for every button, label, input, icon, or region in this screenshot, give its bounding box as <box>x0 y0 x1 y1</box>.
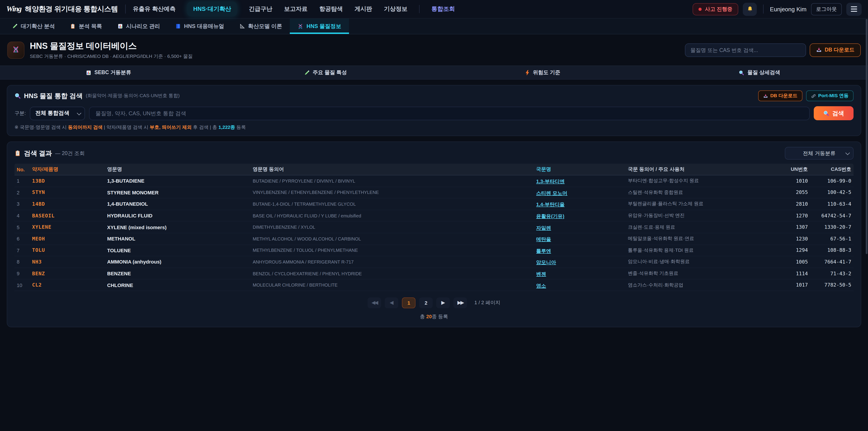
nav-integrated-lookup[interactable]: 통합조회 <box>419 5 455 13</box>
page-2-button[interactable]: 2 <box>419 298 433 308</box>
page-subtitle: SEBC 거동분류 · CHRIS/CAMEO DB · AEGL/ERPG/I… <box>30 53 193 60</box>
book-icon <box>176 24 181 29</box>
cell-cas-number: 108-88-3 <box>810 247 854 253</box>
app-title: 해양환경 위기대응 통합시스템 <box>25 4 118 14</box>
cell-un-number: 1005 <box>775 259 810 265</box>
cell-kor-name: 스티렌 모노머 <box>534 188 626 196</box>
table-row[interactable]: 1 13BD 1,3-BUTADIENE BUTADIENE / PYRROYL… <box>14 175 854 187</box>
notifications-button[interactable] <box>743 2 757 16</box>
cell-no: 4 <box>14 213 30 218</box>
table-row[interactable]: 10 CL2 CHLORINE MOLECULAR CHLORINE / BER… <box>14 280 854 291</box>
cell-abbr: NH3 <box>30 259 105 265</box>
pagination: ◀◀ ◀ 1 2 ▶ ▶▶ 1 / 2 페이지 <box>14 298 854 308</box>
nav-oil-spill[interactable]: 유출유 확산예측 <box>133 5 176 13</box>
substance-link[interactable]: 벤젠 <box>536 271 546 277</box>
table-row[interactable]: 8 NH3 AMMONIA (anhydrous) ANHYDROUS AMMO… <box>14 256 854 268</box>
download-tray-icon <box>816 47 822 53</box>
hint-exclusion: 부호, 띄어쓰기 제외 <box>150 124 192 130</box>
tab-diffusion-model-theory[interactable]: 확산모델 이론 <box>232 19 290 34</box>
cell-un-number: 1114 <box>775 271 810 276</box>
table-row[interactable]: 4 BASEOIL HYDRAULIC FLUID BASE OIL / HYD… <box>14 210 854 222</box>
nav-emergency-rescue[interactable]: 긴급구난 <box>249 5 272 13</box>
prev-page-button[interactable]: ◀ <box>385 298 399 308</box>
db-download-button[interactable]: DB 다운로드 <box>810 43 861 57</box>
first-page-button[interactable]: ◀◀ <box>368 298 381 308</box>
cell-eng-name: TOLUENE <box>105 248 250 253</box>
search-category-select[interactable]: 전체 통합검색 <box>30 106 85 120</box>
substance-link[interactable]: 염소 <box>536 283 546 288</box>
tab-scenario-management[interactable]: 시나리오 관리 <box>110 19 168 34</box>
nav-aerial-search[interactable]: 항공탐색 <box>319 5 343 13</box>
cell-kor-name: 1,4-부탄디올 <box>534 200 626 208</box>
search-controls: 구분: 전체 통합검색 검색 <box>14 106 854 120</box>
table-row[interactable]: 2 STYN STYRENE MONOMER VINYLBENZENE / ET… <box>14 187 854 198</box>
portmis-link-chip[interactable]: Port-MIS 연동 <box>806 90 854 101</box>
tab-hns-manual[interactable]: HNS 대응매뉴얼 <box>168 19 232 34</box>
cell-kor-synonym: 톨루올·석유화학 용제·TDI 원료 <box>626 247 775 254</box>
nav-weather[interactable]: 기상정보 <box>384 5 407 13</box>
page-title-block: HNS 물질정보 데이터베이스 SEBC 거동분류 · CHRIS/CAMEO … <box>30 40 193 60</box>
cell-un-number: 2810 <box>775 201 810 207</box>
cell-kor-name: 메탄올 <box>534 235 626 243</box>
tab-atmos-analysis[interactable]: 대기확산 분석 <box>4 19 63 34</box>
results-panel: 검색 결과 — 20건 조회 전체 거동분류 No. 약자/제품명 영문명 영문… <box>7 142 861 327</box>
table-row[interactable]: 7 TOLU TOLUENE METHYLBENZENE / TOLUOL / … <box>14 245 854 256</box>
tab-hns-substance-info[interactable]: HNS 물질정보 <box>290 19 349 34</box>
search-button[interactable]: 검색 <box>814 106 854 120</box>
cell-eng-name: XYLENE (mixed isomers) <box>105 224 250 230</box>
cell-eng-synonym: BUTADIENE / PYRROYLENE / DIVINYL / BIVIN… <box>250 179 534 184</box>
cell-eng-synonym: DIMETHYLBENZENE / XYLOL <box>250 225 534 229</box>
page-1-button[interactable]: 1 <box>402 298 416 308</box>
col-abbr: 약자/제품명 <box>30 166 105 173</box>
tab-analysis-list[interactable]: 분석 목록 <box>63 19 110 34</box>
substance-link[interactable]: 암모니아 <box>536 260 556 265</box>
cell-kor-name: 암모니아 <box>534 258 626 266</box>
table-row[interactable]: 5 XYLENE XYLENE (mixed isomers) DIMETHYL… <box>14 222 854 233</box>
substance-link[interactable]: 윤활유(기유) <box>536 213 564 219</box>
quick-search-input[interactable] <box>685 43 806 57</box>
substance-link[interactable]: 톨루엔 <box>536 248 551 254</box>
cell-no: 9 <box>14 271 30 276</box>
substance-link[interactable]: 자일렌 <box>536 225 551 230</box>
substance-link[interactable]: 스티렌 모노머 <box>536 190 567 196</box>
unified-search-input[interactable] <box>89 106 810 120</box>
behavior-filter-select[interactable]: 전체 거동분류 <box>785 147 854 160</box>
hint-total-count: 1,222종 <box>218 124 235 130</box>
table-row[interactable]: 9 BENZ BENZENE BENZOL / CYCLOHEXATRIENE … <box>14 268 854 280</box>
last-page-button[interactable]: ▶▶ <box>454 298 467 308</box>
scrollbar[interactable] <box>866 19 868 254</box>
incident-status-badge[interactable]: 사고 진행중 <box>693 3 738 15</box>
nav-reports[interactable]: 보고자료 <box>284 5 307 13</box>
table-row[interactable]: 3 14BD 1,4-BUTANEDIOL BUTANE-1,4-DIOL / … <box>14 198 854 210</box>
info-tab-risk-criteria[interactable]: 위험도 기준 <box>434 66 651 79</box>
divider <box>125 4 126 13</box>
lightning-icon <box>525 70 530 75</box>
substance-link[interactable]: 메탄올 <box>536 237 551 242</box>
nav-board[interactable]: 게시판 <box>354 5 372 13</box>
page-info: 1 / 2 페이지 <box>474 300 500 306</box>
info-tab-detail-search[interactable]: 물질 상세검색 <box>651 66 868 79</box>
logout-button[interactable]: 로그아웃 <box>811 3 842 15</box>
cell-kor-name: 톨루엔 <box>534 246 626 254</box>
table-row[interactable]: 6 MEOH METHANOL METHYL ALCOHOL / WOOD AL… <box>14 233 854 245</box>
cell-kor-name: 벤젠 <box>534 269 626 278</box>
menu-button[interactable] <box>846 2 862 16</box>
cell-eng-synonym: VINYLBENZENE / ETHENYLBENZENE / PHENYLET… <box>250 190 534 195</box>
cell-un-number: 1294 <box>775 247 810 253</box>
substance-link[interactable]: 1,3-부타디엔 <box>536 179 565 184</box>
db-download-chip[interactable]: DB 다운로드 <box>758 90 802 101</box>
col-kor-name: 국문명 <box>534 166 626 173</box>
cell-abbr: 14BD <box>30 201 105 207</box>
download-tray-icon <box>763 93 768 98</box>
cell-eng-synonym: BASE OIL / HYDRAULIC FLUID / Y LUBE / em… <box>250 213 534 218</box>
next-page-button[interactable]: ▶ <box>436 298 450 308</box>
cell-kor-synonym: 벤졸·석유화학 기초원료 <box>626 270 775 277</box>
info-tab-sebc[interactable]: SEBC 거동분류 <box>0 66 217 79</box>
nav-hns-diffusion[interactable]: HNS·대기확산 <box>187 2 237 16</box>
info-tab-properties[interactable]: 주요 물질 특성 <box>217 66 434 79</box>
cell-cas-number: 7782-50-5 <box>810 282 854 288</box>
col-un-number: UN번호 <box>775 166 810 173</box>
substance-link[interactable]: 1,4-부탄디올 <box>536 202 565 207</box>
search-icon <box>14 93 21 99</box>
cell-eng-name: STYRENE MONOMER <box>105 190 250 195</box>
